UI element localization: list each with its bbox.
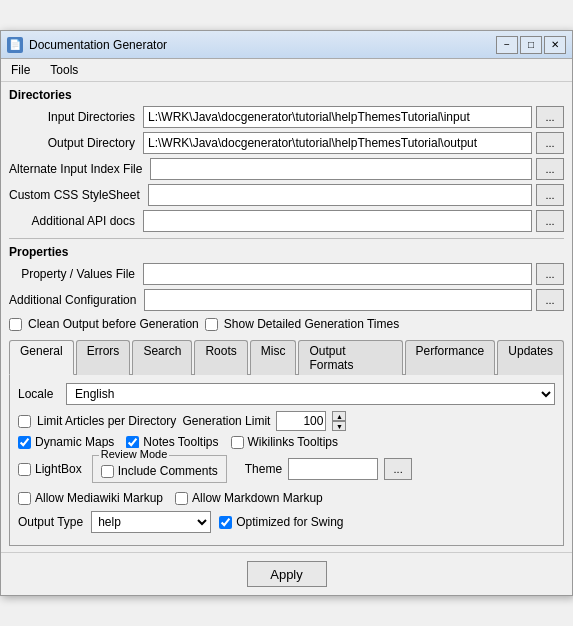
- locale-row: Locale English French German Spanish: [18, 383, 555, 405]
- property-file-row: Property / Values File ...: [9, 263, 564, 285]
- theme-label: Theme: [245, 462, 282, 476]
- dynamic-maps-option: Dynamic Maps: [18, 435, 114, 449]
- input-dirs-row: Input Directories ...: [9, 106, 564, 128]
- clean-output-label: Clean Output before Generation: [28, 317, 199, 331]
- spinner-up-button[interactable]: ▲: [332, 411, 346, 421]
- lightbox-label: LightBox: [35, 462, 82, 476]
- dynamic-maps-checkbox[interactable]: [18, 436, 31, 449]
- allow-mediawiki-option: Allow Mediawiki Markup: [18, 491, 163, 505]
- review-mode-label: Review Mode: [99, 448, 170, 460]
- minimize-button[interactable]: −: [496, 36, 518, 54]
- tab-performance[interactable]: Performance: [405, 340, 496, 375]
- theme-browse-button[interactable]: ...: [384, 458, 412, 480]
- notes-tooltips-checkbox[interactable]: [126, 436, 139, 449]
- additional-config-browse-button[interactable]: ...: [536, 289, 564, 311]
- window-title: Documentation Generator: [29, 38, 167, 52]
- tab-general[interactable]: General: [9, 340, 74, 375]
- include-comments-label: Include Comments: [118, 464, 218, 478]
- additional-api-browse-button[interactable]: ...: [536, 210, 564, 232]
- lightbox-checkbox[interactable]: [18, 463, 31, 476]
- allow-mediawiki-checkbox[interactable]: [18, 492, 31, 505]
- locale-select[interactable]: English French German Spanish: [66, 383, 555, 405]
- output-type-label: Output Type: [18, 515, 83, 529]
- wikilinks-tooltips-option: Wikilinks Tooltips: [231, 435, 338, 449]
- notes-tooltips-label: Notes Tooltips: [143, 435, 218, 449]
- main-window: 📄 Documentation Generator − □ ✕ File Too…: [0, 30, 573, 596]
- main-content: Directories Input Directories ... Output…: [1, 82, 572, 552]
- menu-file[interactable]: File: [5, 61, 36, 79]
- wikilinks-tooltips-label: Wikilinks Tooltips: [248, 435, 338, 449]
- limit-articles-checkbox[interactable]: [18, 415, 31, 428]
- output-dir-field[interactable]: [143, 132, 532, 154]
- output-dir-row: Output Directory ...: [9, 132, 564, 154]
- include-comments-checkbox[interactable]: [101, 465, 114, 478]
- tabs-bar: General Errors Search Roots Misc Output …: [9, 339, 564, 375]
- additional-config-row: Additional Configuration ...: [9, 289, 564, 311]
- allow-markdown-checkbox[interactable]: [175, 492, 188, 505]
- title-bar: 📄 Documentation Generator − □ ✕: [1, 31, 572, 59]
- input-dirs-browse-button[interactable]: ...: [536, 106, 564, 128]
- show-detailed-times-checkbox[interactable]: [205, 318, 218, 331]
- allow-markdown-label: Allow Markdown Markup: [192, 491, 323, 505]
- additional-api-field[interactable]: [143, 210, 532, 232]
- custom-css-label: Custom CSS StyleSheet: [9, 188, 144, 202]
- alt-input-field[interactable]: [150, 158, 532, 180]
- close-button[interactable]: ✕: [544, 36, 566, 54]
- maximize-button[interactable]: □: [520, 36, 542, 54]
- additional-api-row: Additional API docs ...: [9, 210, 564, 232]
- property-file-field[interactable]: [143, 263, 532, 285]
- input-dirs-label: Input Directories: [9, 110, 139, 124]
- optimized-swing-checkbox[interactable]: [219, 516, 232, 529]
- theme-field[interactable]: [288, 458, 378, 480]
- additional-config-label: Additional Configuration: [9, 293, 140, 307]
- custom-css-field[interactable]: [148, 184, 532, 206]
- additional-config-field[interactable]: [144, 289, 532, 311]
- title-bar-left: 📄 Documentation Generator: [7, 37, 167, 53]
- input-dirs-field[interactable]: [143, 106, 532, 128]
- app-icon: 📄: [7, 37, 23, 53]
- alt-input-browse-button[interactable]: ...: [536, 158, 564, 180]
- allow-mediawiki-label: Allow Mediawiki Markup: [35, 491, 163, 505]
- additional-api-label: Additional API docs: [9, 214, 139, 228]
- alt-input-row: Alternate Input Index File ...: [9, 158, 564, 180]
- allow-markdown-option: Allow Markdown Markup: [175, 491, 323, 505]
- lightbox-option: LightBox: [18, 462, 82, 476]
- output-type-select[interactable]: help html pdf: [91, 511, 211, 533]
- tab-output-formats[interactable]: Output Formats: [298, 340, 402, 375]
- lightbox-review-theme-row: LightBox Review Mode Include Comments Th…: [18, 455, 555, 483]
- tab-misc[interactable]: Misc: [250, 340, 297, 375]
- apply-bar: Apply: [1, 552, 572, 595]
- dynamic-maps-row: Dynamic Maps Notes Tooltips Wikilinks To…: [18, 435, 555, 449]
- tab-roots[interactable]: Roots: [194, 340, 247, 375]
- output-dir-browse-button[interactable]: ...: [536, 132, 564, 154]
- limit-articles-label: Limit Articles per Directory: [37, 414, 176, 428]
- menu-tools[interactable]: Tools: [44, 61, 84, 79]
- apply-button[interactable]: Apply: [247, 561, 327, 587]
- optimized-swing-option: Optimized for Swing: [219, 515, 343, 529]
- include-comments-option: Include Comments: [101, 464, 218, 478]
- clean-output-checkbox[interactable]: [9, 318, 22, 331]
- tab-updates[interactable]: Updates: [497, 340, 564, 375]
- generation-limit-field[interactable]: [276, 411, 326, 431]
- locale-label: Locale: [18, 387, 58, 401]
- spinner-down-button[interactable]: ▼: [332, 421, 346, 431]
- limit-articles-row: Limit Articles per Directory Generation …: [18, 411, 555, 431]
- custom-css-row: Custom CSS StyleSheet ...: [9, 184, 564, 206]
- show-detailed-times-label: Show Detailed Generation Times: [224, 317, 399, 331]
- property-file-browse-button[interactable]: ...: [536, 263, 564, 285]
- menu-bar: File Tools: [1, 59, 572, 82]
- alt-input-label: Alternate Input Index File: [9, 162, 146, 176]
- markup-row: Allow Mediawiki Markup Allow Markdown Ma…: [18, 491, 555, 505]
- optimized-swing-label: Optimized for Swing: [236, 515, 343, 529]
- generation-options-row: Clean Output before Generation Show Deta…: [9, 315, 564, 333]
- tab-search[interactable]: Search: [132, 340, 192, 375]
- custom-css-browse-button[interactable]: ...: [536, 184, 564, 206]
- theme-row: Theme ...: [245, 458, 412, 480]
- output-dir-label: Output Directory: [9, 136, 139, 150]
- tab-errors[interactable]: Errors: [76, 340, 131, 375]
- property-file-label: Property / Values File: [9, 267, 139, 281]
- window-controls: − □ ✕: [496, 36, 566, 54]
- wikilinks-tooltips-checkbox[interactable]: [231, 436, 244, 449]
- directories-section-label: Directories: [9, 88, 564, 102]
- generation-limit-spinner: ▲ ▼: [332, 411, 346, 431]
